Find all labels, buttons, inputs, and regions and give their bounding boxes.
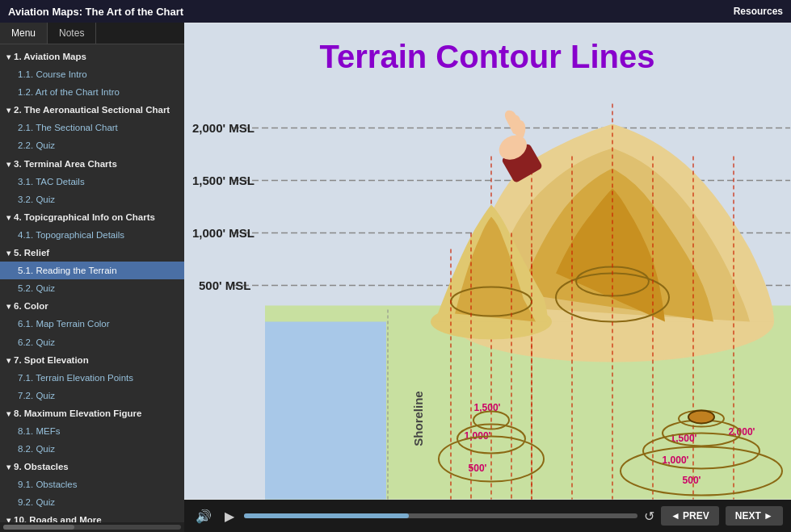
sidebar-item-s10[interactable]: ▾10. Roads and More bbox=[0, 511, 184, 522]
playback-controls: 🔊 ▶ ↺ ◄ PREV NEXT ► bbox=[184, 500, 791, 532]
slide-area: Terrain Contour Lines 2,000' MSL 1,500' … bbox=[184, 23, 791, 500]
svg-text:500': 500' bbox=[683, 475, 701, 486]
sidebar-item-s9-2[interactable]: 9.2. Quiz bbox=[0, 493, 184, 511]
sidebar-item-s5-2[interactable]: 5.2. Quiz bbox=[0, 279, 184, 297]
expand-arrow: ▾ bbox=[6, 105, 11, 116]
sidebar-nav: ▾1. Aviation Maps1.1. Course Intro1.2. A… bbox=[0, 44, 184, 522]
expand-arrow: ▾ bbox=[6, 355, 11, 367]
expand-arrow: ▾ bbox=[6, 52, 11, 63]
app-title: Aviation Maps: The Art of the Chart bbox=[8, 6, 734, 18]
sidebar-item-s6[interactable]: ▾6. Color bbox=[0, 297, 184, 315]
sidebar-item-s6-2[interactable]: 6.2. Quiz bbox=[0, 333, 184, 351]
sidebar-item-s6-1[interactable]: 6.1. Map Terrain Color bbox=[0, 315, 184, 333]
sidebar-item-s4[interactable]: ▾4. Topicgraphical Info on Charts bbox=[0, 208, 184, 226]
progress-fill bbox=[244, 513, 409, 518]
volume-button[interactable]: 🔊 bbox=[192, 507, 215, 526]
top-bar: Aviation Maps: The Art of the Chart Reso… bbox=[0, 0, 791, 23]
svg-text:500': 500' bbox=[469, 463, 487, 474]
sidebar-item-s2-1[interactable]: 2.1. The Sectional Chart bbox=[0, 119, 184, 136]
reload-button[interactable]: ↺ bbox=[644, 509, 654, 524]
main-layout: Menu Notes ▾1. Aviation Maps1.1. Course … bbox=[0, 23, 791, 532]
svg-rect-13 bbox=[265, 322, 386, 500]
svg-text:1,500' MSL: 1,500' MSL bbox=[192, 174, 255, 187]
expand-arrow: ▾ bbox=[6, 408, 11, 420]
svg-text:Terrain Contour Lines: Terrain Contour Lines bbox=[320, 39, 655, 74]
sidebar-item-s5-1[interactable]: 5.1. Reading the Terrain bbox=[0, 262, 184, 279]
sidebar-item-s3-1[interactable]: 3.1. TAC Details bbox=[0, 173, 184, 191]
sidebar-item-s8-1[interactable]: 8.1. MEFs bbox=[0, 422, 184, 440]
sidebar: Menu Notes ▾1. Aviation Maps1.1. Course … bbox=[0, 23, 184, 532]
svg-text:1,000' MSL: 1,000' MSL bbox=[192, 226, 255, 240]
sidebar-item-s7[interactable]: ▾7. Spot Elevation bbox=[0, 351, 184, 369]
svg-text:1,000': 1,000' bbox=[465, 430, 491, 442]
sidebar-item-s8-2[interactable]: 8.2. Quiz bbox=[0, 440, 184, 458]
sidebar-item-s3-2[interactable]: 3.2. Quiz bbox=[0, 191, 184, 208]
sidebar-item-s2[interactable]: ▾2. The Aeronautical Sectional Chart bbox=[0, 101, 184, 119]
sidebar-item-s1-2[interactable]: 1.2. Art of the Chart Intro bbox=[0, 83, 184, 101]
next-button[interactable]: NEXT ► bbox=[726, 506, 783, 526]
svg-text:1,000': 1,000' bbox=[663, 455, 689, 466]
content-area: Terrain Contour Lines 2,000' MSL 1,500' … bbox=[184, 23, 791, 532]
sidebar-item-s7-2[interactable]: 7.2. Quiz bbox=[0, 387, 184, 404]
svg-text:2,000' MSL: 2,000' MSL bbox=[192, 121, 255, 135]
sidebar-item-s5[interactable]: ▾5. Relief bbox=[0, 244, 184, 262]
resources-button[interactable]: Resources bbox=[734, 6, 783, 17]
expand-arrow: ▾ bbox=[6, 301, 11, 312]
expand-arrow: ▾ bbox=[6, 462, 11, 473]
play-button[interactable]: ▶ bbox=[221, 507, 238, 526]
expand-arrow: ▾ bbox=[6, 159, 11, 170]
svg-text:500' MSL: 500' MSL bbox=[199, 279, 250, 292]
sidebar-item-s3[interactable]: ▾3. Terminal Area Charts bbox=[0, 155, 184, 173]
expand-arrow: ▾ bbox=[6, 248, 11, 259]
sidebar-item-s1-1[interactable]: 1.1. Course Intro bbox=[0, 65, 184, 83]
sidebar-item-s7-1[interactable]: 7.1. Terrain Elevation Points bbox=[0, 369, 184, 387]
sidebar-item-s4-1[interactable]: 4.1. Topographical Details bbox=[0, 226, 184, 244]
progress-bar[interactable] bbox=[244, 513, 637, 518]
sidebar-tabs: Menu Notes bbox=[0, 23, 184, 44]
sidebar-item-s1[interactable]: ▾1. Aviation Maps bbox=[0, 48, 184, 65]
tab-menu[interactable]: Menu bbox=[0, 23, 48, 44]
prev-button[interactable]: ◄ PREV bbox=[661, 506, 719, 526]
sidebar-item-s2-2[interactable]: 2.2. Quiz bbox=[0, 136, 184, 154]
sidebar-item-s9-1[interactable]: 9.1. Obstacles bbox=[0, 475, 184, 493]
tab-notes[interactable]: Notes bbox=[48, 23, 96, 44]
slide-illustration: Terrain Contour Lines 2,000' MSL 1,500' … bbox=[184, 23, 791, 500]
svg-point-46 bbox=[688, 411, 714, 424]
sidebar-item-s8[interactable]: ▾8. Maximum Elevation Figure bbox=[0, 404, 184, 422]
expand-arrow: ▾ bbox=[6, 515, 11, 522]
expand-arrow: ▾ bbox=[6, 212, 11, 224]
sidebar-item-s9[interactable]: ▾9. Obstacles bbox=[0, 458, 184, 475]
svg-text:Shoreline: Shoreline bbox=[411, 391, 425, 446]
